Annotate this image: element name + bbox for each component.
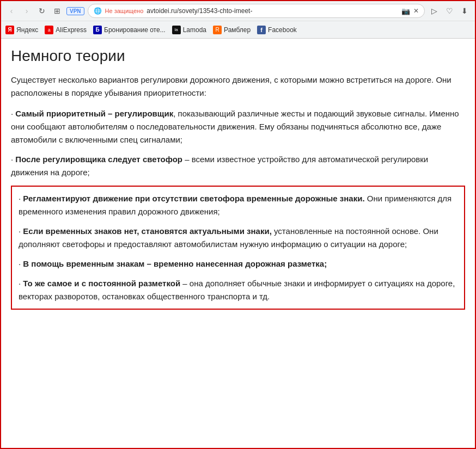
highlight-box: · Регламентируют движение при отсутствии… bbox=[11, 186, 465, 310]
bookmark-yandex[interactable]: Я Яндекс bbox=[5, 26, 38, 34]
page-title: Немного теории bbox=[11, 47, 465, 65]
item-bold-4: Если временных знаков нет, становятся ак… bbox=[23, 226, 272, 236]
rambler-icon: R bbox=[213, 26, 222, 34]
item-bold-2: После регулировщика следует светофор bbox=[15, 155, 182, 164]
item-bold-1: Самый приоритетный – регулировщик bbox=[15, 109, 173, 118]
not-secure-label: Не защищено bbox=[105, 8, 144, 14]
facebook-icon: f bbox=[257, 26, 266, 34]
list-item: · Самый приоритетный – регулировщик, пок… bbox=[11, 107, 465, 146]
address-bar[interactable]: 🌐 Не защищено avtoidei.ru/sovety/13543-c… bbox=[88, 4, 425, 18]
camera-icon: 📷 bbox=[401, 7, 410, 15]
download-button[interactable]: ⬇ bbox=[459, 5, 471, 17]
item-text-6: · То же самое и с постоянной разметкой –… bbox=[19, 277, 457, 303]
bookmark-yandex-label: Яндекс bbox=[16, 26, 38, 34]
bookmark-rambler-label: Рамблер bbox=[224, 26, 251, 34]
favorite-button[interactable]: ♡ bbox=[443, 5, 455, 17]
bookmark-bronirovaniye[interactable]: Б Бронирование оте... bbox=[93, 26, 166, 34]
item-bold-3: Регламентируют движение при отсутствии с… bbox=[23, 194, 364, 203]
bookmark-aliexpress-label: AliExpress bbox=[56, 26, 87, 34]
bookmark-bronirovaniye-label: Бронирование оте... bbox=[104, 26, 166, 34]
item-text-4: · Если временных знаков нет, становятся … bbox=[19, 225, 457, 251]
back-button[interactable]: ‹ bbox=[5, 5, 17, 17]
bookmark-rambler[interactable]: R Рамблер bbox=[213, 26, 251, 34]
bookmark-lamoda-label: Lamoda bbox=[183, 26, 206, 34]
bookmark-aliexpress[interactable]: a AliExpress bbox=[45, 26, 87, 34]
apps-button[interactable]: ⊞ bbox=[51, 5, 63, 17]
list-item: · То же самое и с постоянной разметкой –… bbox=[19, 277, 457, 303]
bookmark-facebook[interactable]: f Facebook bbox=[257, 26, 297, 34]
forward-button[interactable]: › bbox=[21, 5, 33, 17]
item-bold-6: То же самое и с постоянной разметкой bbox=[23, 279, 180, 288]
close-icon[interactable]: ✕ bbox=[413, 7, 419, 15]
share-button[interactable]: ▷ bbox=[428, 5, 440, 17]
reload-button[interactable]: ↻ bbox=[36, 5, 48, 17]
list-item: · После регулировщика следует светофор –… bbox=[11, 153, 465, 179]
list-item: · Регламентируют движение при отсутствии… bbox=[19, 192, 457, 218]
yandex-icon: Я bbox=[5, 26, 14, 34]
list-item: · В помощь временным знакам – временно н… bbox=[19, 257, 457, 270]
bookmark-facebook-label: Facebook bbox=[268, 26, 297, 34]
browser-chrome: ‹ › ↻ ⊞ VPN 🌐 Не защищено avtoidei.ru/so… bbox=[1, 1, 475, 39]
intro-paragraph: Существует несколько вариантов регулиров… bbox=[11, 73, 465, 100]
item-text-3: · Регламентируют движение при отсутствии… bbox=[19, 192, 457, 218]
item-text-1: · Самый приоритетный – регулировщик, пок… bbox=[11, 107, 465, 146]
aliexpress-icon: a bbox=[45, 26, 53, 34]
lamoda-icon: la bbox=[172, 26, 181, 34]
nav-actions: ▷ ♡ ⬇ bbox=[428, 5, 471, 17]
nav-bar: ‹ › ↻ ⊞ VPN 🌐 Не защищено avtoidei.ru/so… bbox=[1, 1, 475, 21]
bronirovaniye-icon: Б bbox=[93, 26, 102, 34]
url-display: avtoidei.ru/sovety/13543-chto-imeet- bbox=[147, 7, 398, 15]
globe-icon: 🌐 bbox=[94, 7, 102, 15]
vpn-badge: VPN bbox=[66, 7, 84, 15]
item-text-5: · В помощь временным знакам – временно н… bbox=[19, 257, 457, 270]
item-bold-5: В помощь временным знакам – временно нан… bbox=[23, 259, 327, 268]
bookmark-lamoda[interactable]: la Lamoda bbox=[172, 26, 206, 34]
page-content: Немного теории Существует несколько вари… bbox=[1, 39, 475, 447]
bookmarks-bar: Я Яндекс a AliExpress Б Бронирование оте… bbox=[1, 21, 475, 38]
item-text-2: · После регулировщика следует светофор –… bbox=[11, 153, 465, 179]
list-item: · Если временных знаков нет, становятся … bbox=[19, 225, 457, 251]
